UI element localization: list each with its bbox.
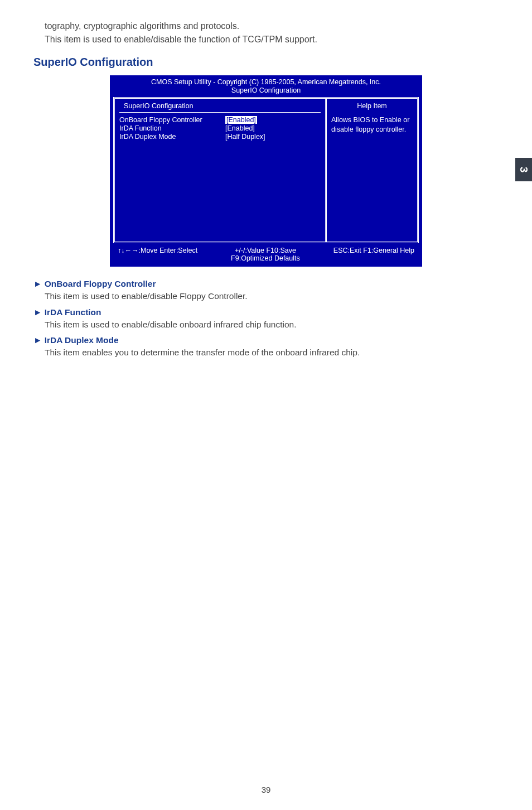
bios-row: OnBoard Floppy Controller [Enabled] xyxy=(119,116,321,124)
bios-screenshot: CMOS Setup Utility - Copyright (C) 1985-… xyxy=(110,75,422,267)
fragment-line-2: This item is used to enable/disable the … xyxy=(45,33,499,46)
bios-footer-center-top: +/-/:Value F10:Save xyxy=(197,247,333,254)
bios-row: IrDA Function [Enabled] xyxy=(119,124,321,132)
bios-footer-left: ↑↓←→:Move Enter:Select xyxy=(118,247,197,262)
fragment-line-1: tography, cryptographic algorithms and p… xyxy=(45,20,499,33)
bios-footer-center-bottom: F9:Optimized Defaults xyxy=(197,254,333,262)
bios-row-value: [Enabled] xyxy=(225,124,255,132)
bios-help-text: Allows BIOS to Enable or disable floppy … xyxy=(331,115,413,134)
bios-row-label: IrDA Function xyxy=(119,124,225,132)
bios-left-header: SuperIO Configuration xyxy=(119,99,321,113)
section-heading: SuperIO Configuration xyxy=(33,56,499,69)
bios-footer-right: ESC:Exit F1:General Help xyxy=(333,247,414,262)
page-number: 39 xyxy=(0,785,532,794)
bios-row-value-highlighted: [Enabled] xyxy=(225,116,257,124)
chapter-tab: 3 xyxy=(515,158,532,181)
item-body: This item is used to enable/disable onbo… xyxy=(45,319,499,331)
item-body: This item enables you to determine the t… xyxy=(45,346,499,359)
item-heading: ► IrDA Function xyxy=(33,307,499,317)
bios-row-label: IrDA Duplex Mode xyxy=(119,133,225,141)
chapter-tab-number: 3 xyxy=(518,167,530,173)
bios-help-header: Help Item xyxy=(331,99,413,115)
bios-row: IrDA Duplex Mode [Half Duplex] xyxy=(119,133,321,141)
bios-footer: ↑↓←→:Move Enter:Select +/-/:Value F10:Sa… xyxy=(110,243,422,267)
bios-row-value: [Half Duplex] xyxy=(225,133,265,141)
item-heading: ► OnBoard Floppy Controller xyxy=(33,279,499,289)
bios-row-label: OnBoard Floppy Controller xyxy=(119,116,225,124)
bios-title: CMOS Setup Utility - Copyright (C) 1985-… xyxy=(110,75,422,86)
item-body: This item is used to enable/disable Flop… xyxy=(45,290,499,302)
item-heading: ► IrDA Duplex Mode xyxy=(33,335,499,345)
bios-subtitle: SuperIO Configuration xyxy=(110,86,422,97)
